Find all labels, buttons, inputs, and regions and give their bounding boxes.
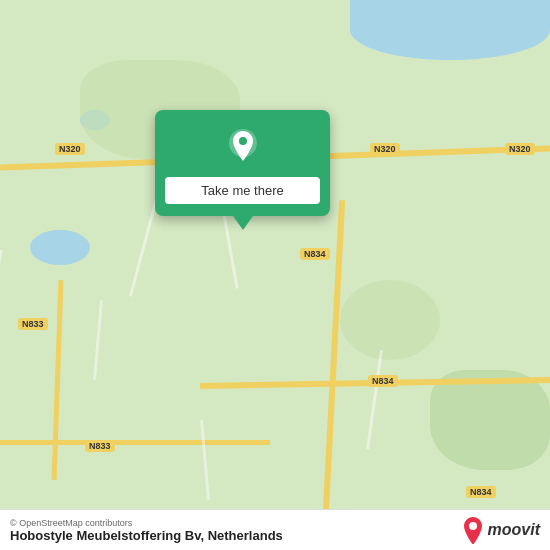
location-title: Hobostyle Meubelstoffering Bv, Netherlan…	[10, 528, 283, 543]
road-label-n320-right: N320	[370, 143, 400, 155]
road-label-n834-mid: N834	[368, 375, 398, 387]
svg-point-1	[239, 137, 247, 145]
take-me-there-button[interactable]: Take me there	[165, 177, 320, 204]
moovit-brand-text: moovit	[488, 521, 540, 539]
location-pin-icon	[221, 125, 265, 169]
svg-point-2	[469, 522, 477, 530]
road-label-n320-left: N320	[55, 143, 85, 155]
road-label-n833-bot: N833	[85, 440, 115, 452]
location-popup: Take me there	[155, 110, 330, 216]
lake-1	[30, 230, 90, 265]
road-label-n833-left: N833	[18, 318, 48, 330]
settlement-3	[430, 370, 550, 470]
river	[350, 0, 550, 60]
road-n833-horizontal	[0, 440, 270, 445]
copyright-text: © OpenStreetMap contributors	[10, 518, 283, 528]
moovit-pin-icon	[462, 516, 484, 544]
road-label-n834-bot: N834	[466, 486, 496, 498]
road-label-n320-far: N320	[505, 143, 535, 155]
settlement-2	[340, 280, 440, 360]
bottom-left-section: © OpenStreetMap contributors Hobostyle M…	[10, 518, 283, 543]
map: N320 N320 N320 N834 N834 N834 N833 N833 …	[0, 0, 550, 550]
moovit-logo: moovit	[462, 516, 540, 544]
road-label-n834-top: N834	[300, 248, 330, 260]
bottom-bar: © OpenStreetMap contributors Hobostyle M…	[0, 509, 550, 550]
